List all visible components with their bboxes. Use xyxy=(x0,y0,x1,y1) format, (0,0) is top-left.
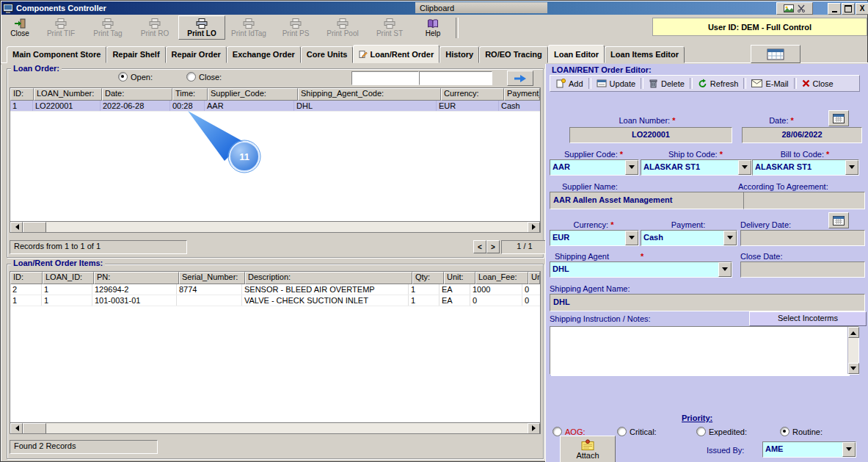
update-button[interactable]: Update xyxy=(591,77,641,90)
routine-radio-circle[interactable] xyxy=(780,427,789,436)
open-radio[interactable]: Open: xyxy=(118,72,153,82)
filter-input-2[interactable] xyxy=(419,71,492,85)
attach-button[interactable]: Attach xyxy=(560,436,616,462)
refresh-button[interactable]: Refresh xyxy=(693,77,744,90)
column-header-serial-number[interactable]: Serial_Number: xyxy=(179,272,245,284)
column-header-unit-price[interactable]: Unit_P xyxy=(528,272,540,284)
close-window-button[interactable]: X xyxy=(856,3,868,15)
tab-repair-shelf[interactable]: Repair Shelf xyxy=(106,46,165,63)
tab-exchange-order[interactable]: Exchange Order xyxy=(227,46,301,63)
dropdown-arrow-icon[interactable] xyxy=(738,160,751,175)
column-header-payment-term[interactable]: Payment_Term: xyxy=(504,88,540,101)
bill-to-combo[interactable]: ALASKAR ST1 xyxy=(752,159,859,176)
clipboard-toolbar[interactable]: Clipboard xyxy=(415,2,547,13)
vertical-scrollbar[interactable] xyxy=(847,327,858,374)
column-header-supplier-code[interactable]: Supplier_Code: xyxy=(208,88,298,101)
tab-loan-editor[interactable]: Loan Editor xyxy=(548,45,605,63)
scrollbar-thumb[interactable] xyxy=(23,423,46,434)
print-idtag-button[interactable]: Print IdTag xyxy=(225,15,272,40)
priority-routine-radio[interactable]: Routine: xyxy=(780,427,823,436)
column-header-unit[interactable]: Unit: xyxy=(444,272,475,284)
date-field[interactable]: 28/06/2022 xyxy=(742,127,862,143)
minimize-button[interactable] xyxy=(828,3,841,15)
horizontal-scrollbar[interactable] xyxy=(10,221,540,232)
ship-to-combo[interactable]: ALASKAR ST1 xyxy=(641,159,752,176)
close-radio[interactable]: Close: xyxy=(186,72,222,82)
dropdown-arrow-icon[interactable] xyxy=(718,262,732,277)
supplier-code-combo[interactable]: AAR xyxy=(550,159,639,176)
table-row[interactable]: 1 LO220001 2022-06-28 00:28 AAR DHL EUR … xyxy=(10,101,540,112)
export-button[interactable] xyxy=(751,45,800,63)
scroll-right-button[interactable] xyxy=(528,222,540,233)
column-header-description[interactable]: Description: xyxy=(245,272,412,284)
tab-repair-order[interactable]: Repair Order xyxy=(166,46,227,63)
maximize-button[interactable] xyxy=(842,3,855,15)
currency-combo[interactable]: EUR xyxy=(550,230,639,246)
issued-by-combo[interactable]: AME xyxy=(762,441,856,458)
scroll-left-button[interactable] xyxy=(10,222,23,233)
tab-history[interactable]: History xyxy=(440,46,479,63)
column-header-time[interactable]: Time: xyxy=(172,88,208,101)
notes-textarea[interactable] xyxy=(551,328,850,376)
column-header-loan-id[interactable]: LOAN_ID: xyxy=(43,272,94,284)
add-button[interactable]: Add xyxy=(550,77,588,90)
column-header-qty[interactable]: Qty: xyxy=(412,272,444,284)
dropdown-arrow-icon[interactable] xyxy=(625,231,638,245)
delivery-calendar-button[interactable] xyxy=(828,212,849,228)
horizontal-scrollbar[interactable] xyxy=(10,422,540,433)
window-titlebar[interactable]: Components Controller Clipboard X xyxy=(1,1,868,15)
page-next-button[interactable]: > xyxy=(486,240,500,253)
print-ps-button[interactable]: Print PS xyxy=(272,15,319,40)
dropdown-arrow-icon[interactable] xyxy=(842,442,856,457)
editor-close-button[interactable]: Close xyxy=(797,77,839,90)
print-lo-button[interactable]: Print LO xyxy=(178,15,225,40)
dropdown-arrow-icon[interactable] xyxy=(625,160,638,175)
priority-critical-radio[interactable]: Critical: xyxy=(617,427,657,436)
tab-core-units[interactable]: Core Units xyxy=(301,46,354,63)
page-prev-button[interactable]: < xyxy=(473,240,486,253)
print-tag-button[interactable]: Print Tag xyxy=(84,15,131,40)
column-header-shipping-agent-code[interactable]: Shipping_Agent_Code: xyxy=(298,88,441,101)
tab-loan-rent-order[interactable]: Loan/Rent Order xyxy=(353,45,440,63)
dropdown-arrow-icon[interactable] xyxy=(723,231,737,245)
column-header-date[interactable]: Date: xyxy=(102,88,172,101)
print-tif-button[interactable]: Print TIF xyxy=(37,15,84,40)
select-incoterms-button[interactable]: Select Incoterms xyxy=(749,311,867,326)
scroll-right-button[interactable] xyxy=(528,423,540,434)
dropdown-arrow-icon[interactable] xyxy=(845,160,858,175)
table-row[interactable]: 1 1 101-0031-01 VALVE - CHECK SUCTION IN… xyxy=(10,295,540,306)
delivery-date-field[interactable] xyxy=(740,230,865,246)
table-row[interactable]: 2 1 129694-2 8774 SENSOR - BLEED AIR OVE… xyxy=(10,284,540,295)
priority-expedited-radio[interactable]: Expedited: xyxy=(696,427,747,436)
column-header-loan-fee[interactable]: Loan_Fee: xyxy=(475,272,528,284)
shipping-agent-combo[interactable]: DHL xyxy=(550,261,732,278)
column-header-currency[interactable]: Currency: xyxy=(441,88,504,101)
print-ro-button[interactable]: Print RO xyxy=(131,15,178,40)
expedited-radio-circle[interactable] xyxy=(696,427,706,436)
help-button[interactable]: Help xyxy=(413,15,453,40)
scroll-up-button[interactable] xyxy=(848,327,859,338)
scroll-down-button[interactable] xyxy=(848,363,859,374)
delete-button[interactable]: Delete xyxy=(643,77,690,90)
column-header-id[interactable]: ID: xyxy=(10,88,34,101)
print-pool-button[interactable]: Print Pool xyxy=(319,15,366,40)
close-radio-circle[interactable] xyxy=(186,72,196,82)
scissors-icon[interactable] xyxy=(797,4,806,12)
print-st-button[interactable]: Print ST xyxy=(366,15,413,40)
column-header-id[interactable]: ID: xyxy=(10,272,43,284)
column-header-loan-number[interactable]: LOAN_Number: xyxy=(34,88,102,101)
open-radio-circle[interactable] xyxy=(118,72,128,82)
column-header-pn[interactable]: PN: xyxy=(94,272,179,284)
critical-radio-circle[interactable] xyxy=(617,427,627,436)
scroll-left-button[interactable] xyxy=(10,423,23,434)
scrollbar-thumb[interactable] xyxy=(23,222,46,233)
tab-ro-eo-tracing[interactable]: RO/EO Tracing xyxy=(479,46,548,63)
tab-main-component-store[interactable]: Main Component Store xyxy=(7,46,106,63)
filter-input-1[interactable] xyxy=(351,71,419,85)
close-button[interactable]: Close xyxy=(2,15,37,40)
tab-loan-items-editor[interactable]: Loan Items Editor xyxy=(605,46,685,63)
date-calendar-button[interactable] xyxy=(828,110,849,126)
picture-icon[interactable] xyxy=(784,4,794,12)
payment-combo[interactable]: Cash xyxy=(641,230,737,246)
search-go-button[interactable] xyxy=(507,71,533,86)
